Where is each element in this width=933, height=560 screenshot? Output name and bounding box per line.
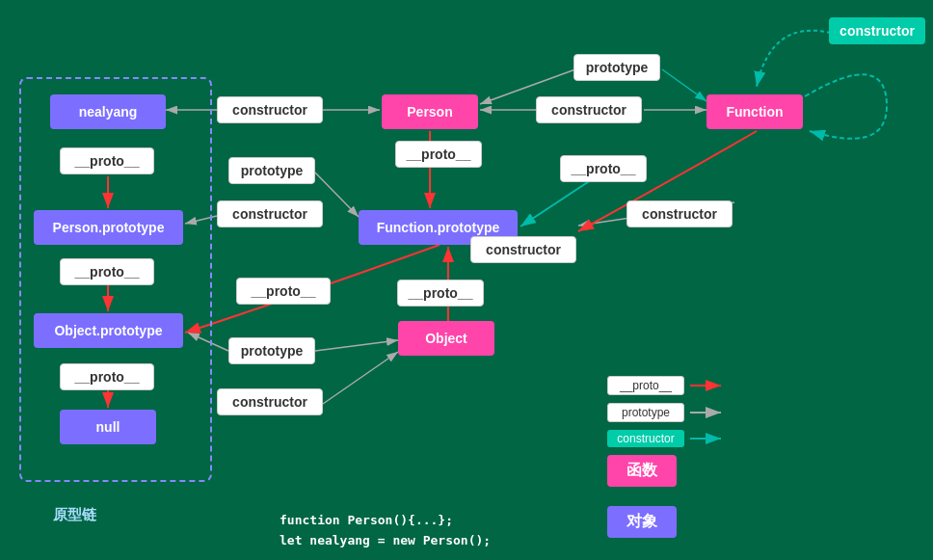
fp-proto-label: __proto__: [409, 285, 473, 301]
person-prototype-label: Person.prototype: [53, 220, 165, 235]
function-label: Function: [726, 104, 783, 120]
code-block: function Person(){...}; let nealyang = n…: [280, 511, 491, 551]
object-label: Object: [425, 331, 467, 346]
svg-line-22: [662, 69, 706, 101]
prototype2-label: prototype: [241, 343, 304, 359]
prototype2-node: prototype: [228, 337, 315, 364]
legend-constructor: constructor: [607, 430, 729, 447]
prototype-chain-text: 原型链: [53, 506, 96, 522]
constructor1-label: constructor: [232, 102, 307, 118]
nealyang-node: nealyang: [50, 94, 166, 129]
nealyang-label: nealyang: [79, 104, 138, 120]
legend-prototype-box: prototype: [607, 403, 684, 422]
constructor1-node: constructor: [217, 96, 323, 123]
person-proto-node: __proto__: [395, 141, 482, 168]
legend-proto: __proto__: [607, 376, 729, 395]
person-proto-label: __proto__: [407, 147, 471, 162]
proto2-label: __proto__: [252, 283, 316, 299]
prototype-top-node: prototype: [573, 54, 660, 81]
obj-legend: 对象: [607, 506, 677, 538]
legend-proto-box: __proto__: [607, 376, 684, 395]
constructor3-label: constructor: [232, 394, 307, 410]
fp-constructor-label: constructor: [486, 242, 561, 257]
fp-constructor-node: constructor: [470, 236, 576, 263]
person-label: Person: [407, 104, 452, 120]
constructor4-node: constructor: [536, 96, 642, 123]
obj-legend-label: 对象: [626, 513, 657, 529]
fp-proto2-label: __proto__: [572, 161, 636, 176]
nealyang-proto-node: __proto__: [60, 147, 154, 174]
constructor-top-node: constructor: [829, 17, 925, 44]
object-node: Object: [398, 321, 494, 356]
object-prototype-proto-node: __proto__: [60, 363, 154, 390]
constructor-top-label: constructor: [840, 23, 915, 39]
object-prototype-node: Object.prototype: [34, 313, 183, 348]
nealyang-proto-label: __proto__: [75, 153, 140, 169]
svg-line-16: [323, 352, 398, 404]
constructor2-node: constructor: [217, 200, 323, 227]
fp-proto2-node: __proto__: [560, 155, 647, 182]
constructor3-node: constructor: [217, 388, 323, 415]
person-node: Person: [382, 94, 478, 129]
null-node: null: [60, 410, 156, 444]
proto2-node: __proto__: [236, 278, 331, 305]
person-prototype-proto-node: __proto__: [60, 258, 154, 285]
function-node: Function: [706, 94, 803, 129]
legend-constructor-box: constructor: [607, 430, 684, 447]
constructor4-label: constructor: [551, 102, 626, 118]
prototype1-node: prototype: [228, 157, 315, 184]
object-prototype-label: Object.prototype: [54, 323, 162, 338]
fn-constructor-node: constructor: [626, 200, 733, 227]
person-prototype-proto-label: __proto__: [75, 264, 140, 280]
legend-prototype: prototype: [607, 403, 729, 422]
prototype1-label: prototype: [241, 163, 304, 178]
fn-constructor-label: constructor: [642, 206, 717, 222]
object-prototype-proto-label: __proto__: [75, 369, 140, 385]
person-prototype-node: Person.prototype: [34, 210, 183, 245]
fp-proto-node: __proto__: [397, 280, 484, 307]
function-prototype-label: Function.prototype: [377, 220, 500, 235]
prototype-top-label: prototype: [586, 60, 649, 75]
constructor2-label: constructor: [232, 206, 307, 222]
code-line1: function Person(){...};: [280, 511, 491, 531]
prototype-chain-label: 原型链: [53, 506, 96, 524]
svg-line-15: [315, 340, 398, 351]
func-legend: 函数: [607, 455, 677, 487]
code-line2: let nealyang = new Person();: [280, 531, 491, 551]
func-legend-label: 函数: [626, 462, 657, 478]
null-label: null: [96, 419, 120, 435]
